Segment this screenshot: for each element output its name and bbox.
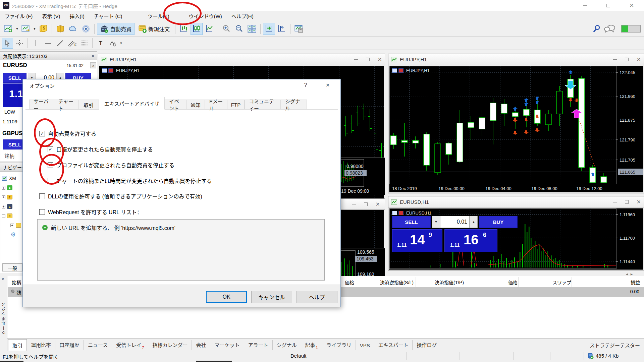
checkbox-disable-on-account-change[interactable]: ✓ 口座が変更されたら自動売買を停止する: [48, 145, 153, 153]
webrequest-url-list[interactable]: + 新しい URL を追加する、 例 'https://www.mql5.com…: [37, 219, 325, 281]
menu-file[interactable]: ファイル (F): [0, 11, 37, 21]
ok-button[interactable]: OK: [206, 291, 247, 303]
new-order-button[interactable]: 新規注文: [135, 23, 173, 35]
window-close-button[interactable]: ✕: [624, 0, 639, 11]
cursor-tool-button[interactable]: [2, 38, 13, 49]
tab-vps[interactable]: VPS: [356, 340, 374, 350]
checkbox-box[interactable]: [39, 193, 45, 199]
eurusd-volume-up[interactable]: ▲: [470, 216, 478, 228]
help-button[interactable]: ヘルプ: [297, 291, 337, 303]
checkbox-box[interactable]: [39, 209, 45, 215]
market-watch-close-icon[interactable]: ×: [92, 53, 94, 59]
scroll-up-icon[interactable]: ∧: [90, 62, 96, 68]
cancel-button[interactable]: キャンセル: [251, 291, 292, 303]
zoom-out-button[interactable]: [233, 23, 245, 35]
trendline-tool-button[interactable]: [54, 38, 66, 49]
new-chart-button[interactable]: [2, 23, 14, 35]
menu-view[interactable]: 表示 (V): [37, 11, 65, 21]
tab-company[interactable]: 会社: [192, 340, 210, 350]
ohlc-popup-icon[interactable]: [392, 211, 397, 215]
checkbox-box[interactable]: ✓: [39, 131, 45, 136]
eurusd-titlebar[interactable]: EURUSD,H1 ✕: [388, 196, 644, 208]
tab-notifications[interactable]: 通知: [186, 100, 205, 110]
equidistant-channel-tool-button[interactable]: E: [66, 38, 78, 49]
close-icon[interactable]: ✕: [376, 201, 380, 207]
tab-charts[interactable]: チャート: [54, 100, 78, 110]
tab-calendar[interactable]: 指標カレンダー: [148, 340, 192, 350]
eurusd-buy-price-panel[interactable]: 1.11 16 6: [444, 229, 497, 252]
window-maximize-button[interactable]: [600, 0, 616, 11]
checkbox-allow-webrequest[interactable]: WebRequest を許可する URL リスト：: [39, 208, 142, 216]
profiles-caret[interactable]: ▼: [32, 23, 37, 35]
maximize-icon[interactable]: [364, 202, 368, 206]
checkbox-disable-on-profile-change[interactable]: ✓ プロファイルが変更されたら自動売買を停止する: [48, 161, 174, 169]
templates-button[interactable]: [293, 23, 305, 35]
one-click-trading-icon[interactable]: [398, 68, 404, 73]
maximize-icon[interactable]: [625, 200, 629, 204]
market-watch-header[interactable]: 気配値表示: 15:31:03 ×: [0, 52, 97, 60]
tab-events[interactable]: イベント: [165, 100, 186, 110]
expand-icon[interactable]: +: [2, 195, 5, 199]
fibonacci-tool-button[interactable]: [78, 38, 90, 49]
checkbox-disable-on-chart-change[interactable]: チャートの銘柄または時間足が変更されたら自動売買を停止する: [48, 177, 212, 185]
chart-shift-button[interactable]: [276, 23, 288, 35]
dialog-close-button[interactable]: ×: [322, 81, 333, 89]
expand-icon[interactable]: +: [2, 186, 5, 190]
checkbox-allow-dll[interactable]: DLLの使用を許可する (信頼できるアプリケーションのみで有効): [39, 192, 202, 200]
ohlc-popup-icon[interactable]: [392, 68, 397, 73]
expand-icon[interactable]: +: [10, 224, 14, 227]
tab-experts[interactable]: エキスパート: [374, 340, 413, 350]
tab-mailbox[interactable]: 受信トレイ7: [112, 340, 148, 350]
cloud-button[interactable]: [67, 23, 79, 35]
eurusd-volume-input[interactable]: 0.01: [440, 216, 470, 228]
mid-chart-titlebar[interactable]: EURJPY,H1 ✕: [98, 54, 385, 65]
eurusd-sell-price-panel[interactable]: 1.11 14 9: [392, 229, 442, 252]
bar-chart-mode-button[interactable]: [178, 23, 190, 35]
menu-window[interactable]: ウインドウ(W): [184, 11, 227, 21]
minimize-icon[interactable]: [354, 59, 358, 60]
menu-tools[interactable]: ツール(T): [143, 11, 174, 21]
close-icon[interactable]: ✕: [378, 56, 382, 63]
minimize-icon[interactable]: [613, 202, 617, 202]
mw-symbols-tab[interactable]: 銘柄: [4, 152, 14, 159]
window-minimize-button[interactable]: [578, 0, 593, 11]
maximize-icon[interactable]: [625, 58, 629, 61]
autotrade-button[interactable]: 自動売買: [97, 23, 135, 35]
dialog-help-button[interactable]: ?: [301, 82, 311, 89]
line-chart-mode-button[interactable]: [203, 23, 215, 35]
eurusd-buy-button[interactable]: BUY: [479, 216, 518, 228]
strategy-tester-label[interactable]: ストラテジーテスター: [590, 342, 640, 349]
expand-icon[interactable]: +: [2, 205, 5, 208]
menu-chart[interactable]: チャート (C): [89, 11, 127, 21]
eurjpy-titlebar[interactable]: EURJPY,H1 ✕: [388, 54, 644, 65]
tab-trade[interactable]: 取引: [8, 339, 27, 351]
signals-button[interactable]: [80, 23, 92, 35]
tab-community[interactable]: コミュニティー: [245, 100, 281, 110]
menu-insert[interactable]: 挿入(I): [65, 11, 89, 21]
chat-button[interactable]: [603, 23, 616, 35]
maximize-icon[interactable]: [366, 58, 370, 61]
search-button[interactable]: [591, 23, 603, 35]
eurusd-sell-button[interactable]: SELL: [392, 216, 431, 228]
close-icon[interactable]: ✕: [637, 199, 641, 205]
checkbox-allow-autotrade[interactable]: ✓ 自動売買を許可する: [39, 129, 96, 137]
one-click-trading-icon[interactable]: [398, 211, 404, 215]
minimize-icon[interactable]: [352, 204, 356, 204]
tab-signals[interactable]: シグナル: [281, 100, 307, 110]
shapes-tool-button[interactable]: [107, 38, 118, 49]
horizontal-line-tool-button[interactable]: [42, 38, 54, 49]
profiles-button[interactable]: [20, 23, 32, 35]
history-button[interactable]: [54, 23, 66, 35]
text-tool-button[interactable]: T: [95, 38, 106, 49]
deposit-button[interactable]: $: [37, 23, 49, 35]
tab-news[interactable]: ニュース: [84, 340, 112, 350]
tile-windows-button[interactable]: [246, 23, 258, 35]
one-click-trading-icon[interactable]: [108, 68, 113, 73]
tab-codebase[interactable]: ライブラリ: [322, 340, 356, 350]
auto-scroll-button[interactable]: [263, 23, 275, 35]
tab-alerts[interactable]: アラート: [244, 340, 273, 350]
tab-ftp[interactable]: FTP: [227, 100, 245, 110]
shapes-caret[interactable]: ▼: [119, 37, 123, 49]
add-url-row[interactable]: + 新しい URL を追加する、 例 'https://www.mql5.com…: [42, 224, 175, 232]
tab-exposure[interactable]: 運用比率: [27, 340, 55, 350]
